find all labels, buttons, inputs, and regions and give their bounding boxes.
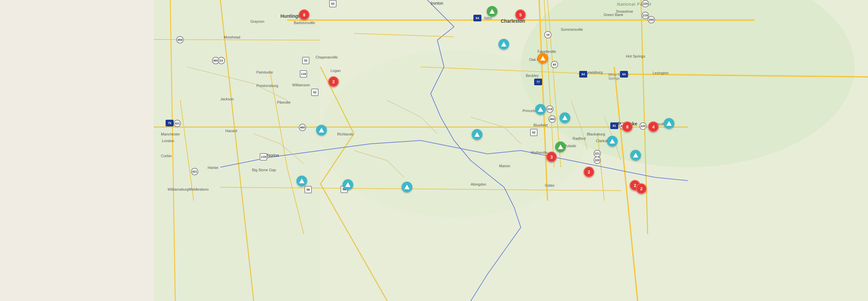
shield-i64-east: 64 bbox=[579, 71, 587, 78]
shield-us460-left: 460 bbox=[176, 36, 184, 44]
marker-blue-triangle-forest[interactable] bbox=[664, 118, 674, 129]
marker-red-8-huntington[interactable]: 8 bbox=[299, 9, 309, 20]
shield-i81: 81 bbox=[610, 122, 618, 129]
shield-us250: 250 bbox=[648, 16, 655, 23]
marker-blue-triangle-princeton[interactable] bbox=[535, 104, 546, 115]
shield-119: 119 bbox=[300, 70, 307, 78]
shield-us421-south: 421 bbox=[191, 168, 198, 175]
map-container: Ironton Huntington Barboursville Grayson… bbox=[0, 0, 868, 301]
marker-red-3-wytheville[interactable]: 3 bbox=[546, 152, 557, 162]
marker-red-5-charleston[interactable]: 5 bbox=[515, 9, 526, 20]
left-panel bbox=[0, 0, 154, 301]
map-svg bbox=[154, 0, 868, 301]
shield-us60: 60 bbox=[551, 61, 558, 68]
marker-blue-triangle-abingdon[interactable] bbox=[297, 175, 307, 186]
shield-us220: 220 bbox=[639, 122, 647, 130]
marker-red-2-williamson[interactable]: 2 bbox=[328, 76, 339, 87]
shield-52-south: 52 bbox=[530, 129, 537, 136]
marker-red-2-martinsville[interactable]: 2 bbox=[636, 183, 647, 194]
shield-58: 58 bbox=[305, 186, 312, 193]
marker-orange-triangle-oakhill[interactable] bbox=[537, 53, 548, 63]
marker-blue-triangle-martinsville[interactable] bbox=[630, 150, 641, 161]
shield-us220-north: 220 bbox=[642, 0, 649, 7]
shield-i64: 64 bbox=[473, 15, 482, 21]
shield-us219: 219 bbox=[546, 105, 554, 113]
city-ironton: Ironton bbox=[431, 1, 443, 6]
marker-green-triangle-wytheville[interactable] bbox=[555, 141, 566, 152]
map-area[interactable]: Ironton Huntington Barboursville Grayson… bbox=[154, 0, 868, 301]
shield-i77: 77 bbox=[534, 79, 542, 85]
marker-red-4-bedford[interactable]: 4 bbox=[648, 121, 659, 132]
shield-us220-south: 220 bbox=[594, 157, 601, 164]
marker-red-2-galax[interactable]: 2 bbox=[584, 167, 594, 177]
shield-us460-va: 460 bbox=[549, 115, 556, 123]
marker-green-triangle-nitro[interactable] bbox=[487, 6, 497, 17]
marker-blue-triangle-marion-south[interactable] bbox=[402, 182, 412, 192]
shield-us460-east: 460 bbox=[299, 124, 306, 131]
shield-i75: 75 bbox=[165, 120, 174, 127]
shield-i64-far-east: 64 bbox=[620, 71, 628, 78]
marker-blue-triangle-pike[interactable] bbox=[316, 125, 327, 135]
shield-52-center: 52 bbox=[311, 89, 318, 96]
shield-us221: 221 bbox=[594, 150, 601, 157]
marker-blue-triangle-wv-center[interactable] bbox=[498, 39, 509, 50]
shield-119-south: 119 bbox=[260, 153, 267, 161]
marker-blue-triangle-clarksburg[interactable] bbox=[607, 136, 618, 146]
marker-blue-triangle-abingdon-east[interactable] bbox=[343, 179, 353, 190]
shield-62: 62 bbox=[329, 0, 337, 7]
shield-us19: 19 bbox=[544, 31, 552, 38]
shield-us460-mid: 460 bbox=[212, 57, 219, 64]
marker-blue-triangle-bluefield[interactable] bbox=[560, 112, 570, 123]
marker-blue-triangle-richlands[interactable] bbox=[472, 129, 483, 140]
shield-52-left: 52 bbox=[302, 57, 309, 64]
shield-us421: 421 bbox=[174, 120, 181, 127]
marker-red-8-roanoke[interactable]: 8 bbox=[622, 121, 633, 132]
city-norton: Norton bbox=[267, 153, 279, 158]
